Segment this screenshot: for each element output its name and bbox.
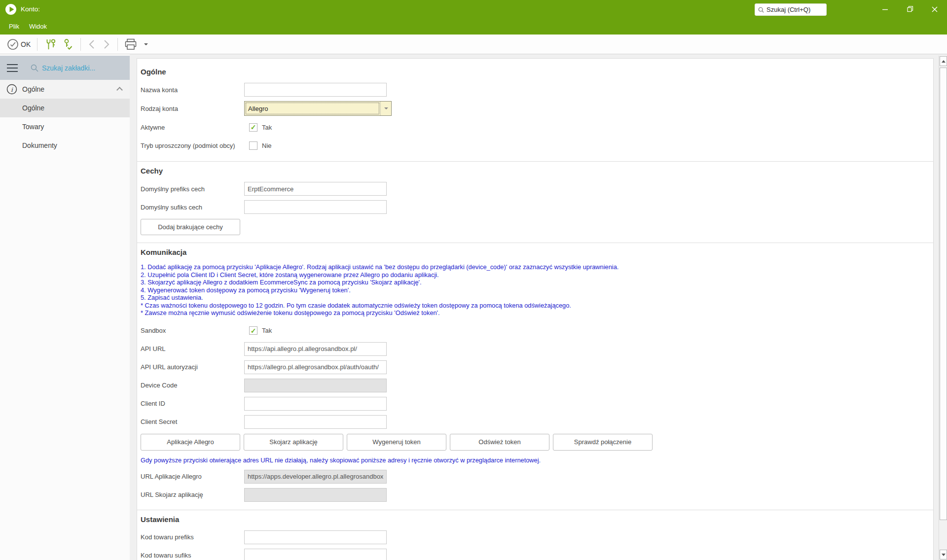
hamburger-menu-icon[interactable] [7,62,18,74]
chevron-left-icon [87,39,97,50]
instruction-line: * Zawsze można ręcznie wymusić odświeżen… [141,309,933,317]
title-bar: Konto: [0,0,947,18]
instruction-line: 5. Zapisać ustawienia. [141,294,933,302]
nazwa-konta-input[interactable] [244,83,387,97]
svg-text:i: i [11,86,13,93]
sidebar-item-ogolne[interactable]: Ogólne [0,99,130,117]
url-hint-text: Gdy powyższe przyciski otwierające adres… [141,456,933,464]
sidebar-header [0,56,130,80]
nazwa-konta-label: Nazwa konta [141,86,244,94]
close-button[interactable] [922,0,947,18]
url-aplikacje-allegro-label: URL Aplikacje Allegro [141,473,244,480]
restore-button[interactable] [898,0,922,18]
kod-towaru-sufiks-label: Kod towaru sufiks [141,552,244,559]
dodaj-brakujace-cechy-button[interactable]: Dodaj brakujące cechy [141,219,240,235]
key-verify-button[interactable] [59,37,76,52]
scroll-up-button[interactable] [940,56,947,66]
kod-towaru-prefiks-input[interactable] [244,530,387,544]
prefiks-cech-input[interactable] [244,182,387,196]
app-logo-icon [5,3,17,15]
navigate-back-button[interactable] [85,38,99,51]
section-title-cechy: Cechy [141,167,933,175]
search-icon [31,64,38,72]
rodzaj-konta-select[interactable]: Allegro [244,101,392,116]
sufiks-cech-input[interactable] [244,200,387,214]
section-title-komunikacja: Komunikacja [141,248,933,256]
wygeneruj-token-button[interactable]: Wygeneruj token [347,434,446,451]
api-url-autoryzacji-label: API URL autoryzacji [141,363,244,371]
info-icon: i [6,84,17,97]
global-search-input[interactable] [766,6,823,13]
tryb-uproszczony-value-label: Nie [262,142,272,149]
device-code-input [244,379,387,392]
client-secret-label: Client Secret [141,418,244,425]
section-divider [137,243,933,243]
toolbar-separator [37,38,37,51]
chevron-up-icon[interactable] [116,87,123,93]
instructions-text: 1. Dodać aplikację za pomocą przycisku '… [141,263,933,317]
tryb-uproszczony-label: Tryb uproszczony (podmiot obcy) [141,142,244,149]
triangle-down-icon [942,554,946,556]
sidebar: i Ogólne Ogólne Towary Dokumenty [0,54,130,560]
menu-item-widok[interactable]: Widok [24,20,52,33]
search-icon [758,6,764,13]
global-search-box[interactable] [755,3,827,16]
triangle-up-icon [942,60,946,63]
kod-towaru-sufiks-input[interactable] [244,549,387,560]
sidebar-search-box[interactable] [31,64,106,72]
odswiez-token-button[interactable]: Odśwież token [450,434,549,451]
scrollbar-thumb[interactable] [940,68,947,520]
ok-button-label: OK [21,40,31,48]
sandbox-value-label: Tak [262,327,272,334]
ok-button[interactable]: OK [5,37,33,51]
instruction-line: 3. Skojarzyć aplikację Allegro z dodatki… [141,279,933,286]
toolbar-separator [80,38,81,51]
caret-down-icon [144,43,148,45]
client-id-label: Client ID [141,400,244,407]
skojarz-aplikacje-button[interactable]: Skojarz aplikację [244,434,343,451]
toolbar: OK [0,35,947,54]
aktywne-checkbox[interactable]: ✓ [249,123,257,132]
aktywne-label: Aktywne [141,124,244,131]
api-url-autoryzacji-input[interactable] [244,360,387,374]
instruction-line: 1. Dodać aplikację za pomocą przycisku '… [141,263,933,271]
kod-towaru-prefiks-label: Kod towaru prefiks [141,533,244,541]
sprawdz-polaczenie-button[interactable]: Sprawdź połączenie [553,434,653,451]
settings-panel: Ogólne Nazwa konta Rodzaj konta Allegro … [137,58,934,560]
sandbox-checkbox[interactable]: ✓ [249,326,257,335]
print-options-dropdown[interactable] [139,42,150,46]
sidebar-item-towary[interactable]: Towary [0,117,130,136]
section-title-ustawienia: Ustawienia [141,515,933,524]
menu-bar: Plik Widok [0,18,947,35]
sidebar-search-input[interactable] [42,64,106,72]
sidebar-group-label: Ogólne [22,85,44,93]
checkmark-icon: ✓ [251,327,256,334]
sandbox-label: Sandbox [141,327,244,334]
tryb-uproszczony-checkbox[interactable] [249,141,257,150]
url-skojarz-aplikacje-input [244,488,387,502]
scroll-down-button[interactable] [940,550,947,560]
sidebar-group-ogolne[interactable]: i Ogólne [0,80,130,99]
combo-dropdown-button[interactable] [380,102,391,115]
sidebar-item-dokumenty[interactable]: Dokumenty [0,136,130,155]
section-title-ogolne: Ogólne [141,68,933,76]
client-secret-input[interactable] [244,415,387,429]
window-controls [873,0,947,18]
device-code-label: Device Code [141,382,244,389]
restore-icon [907,6,913,12]
url-skojarz-aplikacje-label: URL Skojarz aplikację [141,491,244,498]
menu-item-plik[interactable]: Plik [4,20,24,33]
minimize-button[interactable] [873,0,898,18]
api-url-input[interactable] [244,342,387,356]
url-aplikacje-allegro-input [244,470,387,484]
aktywne-value-label: Tak [262,124,272,131]
print-button[interactable] [122,37,139,51]
application-window: Konto: Plik Widok OK [0,0,947,560]
navigate-forward-button[interactable] [99,38,113,51]
client-id-input[interactable] [244,397,387,411]
instruction-line: * Czas ważności tokenu dostępowego to 12… [141,302,933,310]
tools-button[interactable] [42,37,59,52]
vertical-scrollbar[interactable] [939,56,947,560]
aplikacje-allegro-button[interactable]: Aplikacje Allegro [141,434,240,451]
checkmark-icon: ✓ [251,124,256,131]
